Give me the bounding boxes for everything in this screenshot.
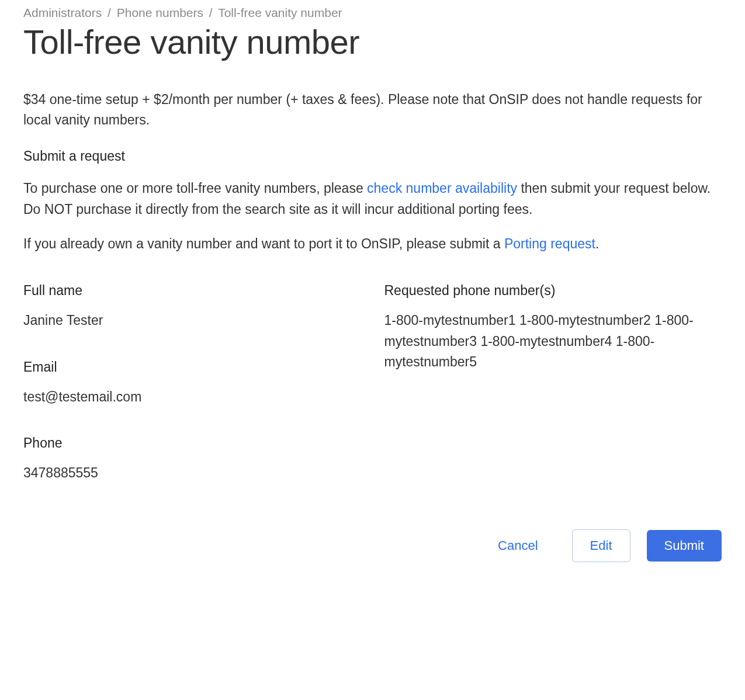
field-email: Email test@testemail.com	[23, 359, 361, 408]
breadcrumb: Administrators / Phone numbers / Toll-fr…	[23, 6, 722, 20]
phone-label: Phone	[23, 435, 361, 451]
field-full-name: Full name Janine Tester	[23, 283, 361, 331]
porting-request-link[interactable]: Porting request	[504, 236, 595, 251]
edit-button[interactable]: Edit	[572, 529, 630, 562]
instruction-paragraph-2: If you already own a vanity number and w…	[23, 234, 722, 255]
instruction-text: If you already own a vanity number and w…	[23, 236, 504, 251]
email-label: Email	[23, 359, 361, 375]
submit-button[interactable]: Submit	[647, 530, 722, 562]
check-availability-link[interactable]: check number availability	[367, 181, 517, 196]
section-heading-submit: Submit a request	[23, 148, 722, 164]
breadcrumb-item: Toll-free vanity number	[218, 6, 342, 19]
field-requested-numbers: Requested phone number(s) 1-800-mytestnu…	[384, 283, 722, 373]
breadcrumb-item[interactable]: Phone numbers	[117, 6, 203, 19]
cancel-button[interactable]: Cancel	[480, 530, 555, 562]
field-phone: Phone 3478885555	[23, 435, 361, 484]
full-name-value: Janine Tester	[23, 310, 361, 331]
form-column-right: Requested phone number(s) 1-800-mytestnu…	[384, 283, 722, 512]
page-title: Toll-free vanity number	[23, 22, 722, 61]
phone-value: 3478885555	[23, 463, 361, 484]
breadcrumb-separator: /	[108, 6, 111, 19]
form-column-left: Full name Janine Tester Email test@teste…	[23, 283, 361, 512]
instruction-text: .	[595, 236, 599, 251]
instruction-paragraph-1: To purchase one or more toll-free vanity…	[23, 178, 722, 220]
form-fields: Full name Janine Tester Email test@teste…	[23, 283, 722, 512]
requested-numbers-label: Requested phone number(s)	[384, 283, 722, 299]
pricing-description: $34 one-time setup + $2/month per number…	[23, 89, 722, 130]
breadcrumb-separator: /	[209, 6, 213, 19]
email-value: test@testemail.com	[23, 387, 361, 408]
instruction-text: To purchase one or more toll-free vanity…	[23, 181, 367, 196]
requested-numbers-value: 1-800-mytestnumber1 1-800-mytestnumber2 …	[384, 310, 722, 373]
action-buttons: Cancel Edit Submit	[23, 529, 722, 562]
breadcrumb-item[interactable]: Administrators	[23, 6, 102, 19]
full-name-label: Full name	[23, 283, 361, 299]
